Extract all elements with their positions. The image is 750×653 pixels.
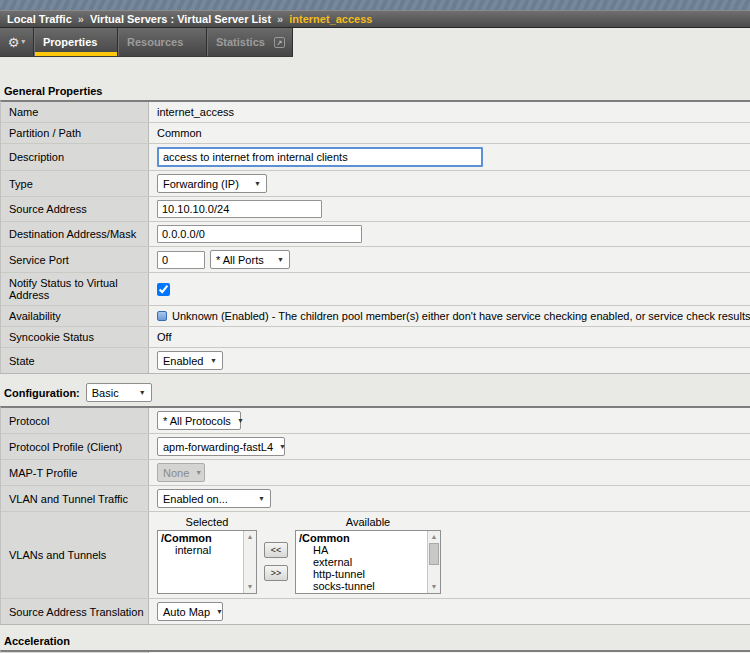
protocol-profile-client-label: Protocol Profile (Client) bbox=[1, 434, 149, 459]
configuration-mode-select[interactable]: Basic ▼ bbox=[86, 383, 152, 402]
protocol-label: Protocol bbox=[1, 408, 149, 433]
move-to-available-button[interactable]: >> bbox=[264, 565, 288, 581]
syncookie-status-label: Syncookie Status bbox=[1, 327, 149, 347]
list-item[interactable]: /Common bbox=[299, 532, 440, 544]
notify-status-label: Notify Status to Virtual Address bbox=[1, 273, 149, 305]
options-gear-button[interactable]: ⚙ ▾ bbox=[0, 28, 34, 56]
source-address-label: Source Address bbox=[1, 197, 149, 221]
general-properties-table: Name internet_access Partition / Path Co… bbox=[0, 100, 750, 374]
move-to-selected-button[interactable]: << bbox=[264, 542, 288, 558]
service-port-input[interactable] bbox=[157, 251, 205, 269]
section-title-general-properties: General Properties bbox=[4, 85, 750, 97]
dropdown-arrow-icon: ▼ bbox=[210, 357, 217, 364]
breadcrumb-separator: » bbox=[277, 13, 283, 25]
partition-path-label: Partition / Path bbox=[1, 123, 149, 143]
table-row: Type Forwarding (IP) ▼ bbox=[1, 171, 750, 197]
breadcrumb-current: internet_access bbox=[289, 13, 372, 25]
popup-window-icon[interactable]: ↗ bbox=[274, 37, 285, 48]
table-row: Availability Unknown (Enabled) - The chi… bbox=[1, 306, 750, 327]
tab-bar: ⚙ ▾ Properties Resources Statistics ↗ bbox=[0, 28, 293, 57]
protocol-profile-client-select[interactable]: apm-forwarding-fastL4 ▼ bbox=[157, 437, 285, 456]
dropdown-arrow-icon: ▼ bbox=[254, 180, 261, 187]
list-item[interactable]: HA bbox=[299, 544, 440, 556]
dropdown-arrow-icon: ▼ bbox=[277, 256, 284, 263]
dropdown-arrow-icon: ▼ bbox=[279, 443, 286, 450]
service-port-label: Service Port bbox=[1, 247, 149, 272]
configuration-label: Configuration: bbox=[4, 387, 80, 399]
partition-path-value: Common bbox=[149, 123, 750, 143]
breadcrumb-virtual-server-list[interactable]: Virtual Servers : Virtual Server List bbox=[90, 13, 271, 25]
section-title-acceleration: Acceleration bbox=[4, 635, 750, 647]
table-row: Protocol * All Protocols ▼ bbox=[1, 408, 750, 434]
name-label: Name bbox=[1, 102, 149, 122]
table-row: VLANs and Tunnels Selected /Common inter… bbox=[1, 512, 750, 599]
tab-properties[interactable]: Properties bbox=[34, 28, 118, 56]
availability-status-text: Unknown (Enabled) - The children pool me… bbox=[172, 310, 750, 322]
chevron-down-icon: ▾ bbox=[21, 38, 25, 46]
vlan-tunnel-traffic-select[interactable]: Enabled on... ▼ bbox=[157, 489, 271, 508]
description-label: Description bbox=[1, 144, 149, 170]
table-row: Name internet_access bbox=[1, 102, 750, 123]
scroll-down-icon[interactable]: ▼ bbox=[428, 581, 440, 593]
active-tab-indicator bbox=[35, 52, 117, 56]
scrollbar-thumb[interactable] bbox=[429, 543, 439, 565]
availability-label: Availability bbox=[1, 306, 149, 326]
type-label: Type bbox=[1, 171, 149, 196]
tab-statistics[interactable]: Statistics ↗ bbox=[207, 28, 293, 56]
table-row: VLAN and Tunnel Traffic Enabled on... ▼ bbox=[1, 486, 750, 512]
breadcrumb-local-traffic[interactable]: Local Traffic bbox=[7, 13, 72, 25]
description-input[interactable] bbox=[157, 147, 483, 167]
scrollbar[interactable]: ▲ ▼ bbox=[243, 531, 256, 593]
protocol-select[interactable]: * All Protocols ▼ bbox=[157, 411, 241, 430]
mapt-profile-select: None ▼ bbox=[157, 463, 205, 482]
table-row: Service Port * All Ports ▼ bbox=[1, 247, 750, 273]
scrollbar[interactable]: ▲ ▼ bbox=[427, 531, 440, 593]
table-row: Notify Status to Virtual Address bbox=[1, 273, 750, 306]
breadcrumb-separator: » bbox=[78, 13, 84, 25]
table-row: Description bbox=[1, 144, 750, 171]
vlan-tunnel-traffic-label: VLAN and Tunnel Traffic bbox=[1, 486, 149, 511]
dropdown-arrow-icon: ▼ bbox=[139, 389, 146, 396]
dropdown-arrow-icon: ▼ bbox=[195, 469, 202, 476]
gear-icon: ⚙ bbox=[8, 36, 20, 49]
mapt-profile-label: MAP-T Profile bbox=[1, 460, 149, 485]
syncookie-status-value: Off bbox=[149, 327, 750, 347]
list-item[interactable]: /Common bbox=[161, 532, 256, 544]
table-row: Partition / Path Common bbox=[1, 123, 750, 144]
selected-vlans-listbox[interactable]: /Common internal ▲ ▼ bbox=[157, 530, 257, 594]
source-address-translation-select[interactable]: Auto Map ▼ bbox=[157, 602, 223, 621]
list-item[interactable]: http-tunnel bbox=[299, 568, 440, 580]
dropdown-arrow-icon: ▼ bbox=[237, 417, 244, 424]
selected-list-title: Selected bbox=[157, 516, 257, 530]
available-list-title: Available bbox=[295, 516, 441, 530]
destination-address-input[interactable] bbox=[157, 225, 362, 243]
source-address-input[interactable] bbox=[157, 200, 322, 218]
list-item[interactable]: socks-tunnel bbox=[299, 580, 440, 592]
scroll-down-icon[interactable]: ▼ bbox=[244, 581, 256, 593]
table-row: Destination Address/Mask bbox=[1, 222, 750, 247]
source-address-translation-label: Source Address Translation bbox=[1, 599, 149, 624]
table-row: Syncookie Status Off bbox=[1, 327, 750, 348]
status-unknown-icon bbox=[157, 311, 167, 321]
scroll-up-icon[interactable]: ▲ bbox=[428, 531, 440, 543]
tab-statistics-label: Statistics bbox=[216, 36, 265, 48]
table-row: State Enabled ▼ bbox=[1, 348, 750, 373]
list-item[interactable]: external bbox=[299, 556, 440, 568]
scroll-up-icon[interactable]: ▲ bbox=[244, 531, 256, 543]
tab-resources[interactable]: Resources bbox=[118, 28, 207, 56]
dropdown-arrow-icon: ▼ bbox=[216, 608, 223, 615]
service-port-select[interactable]: * All Ports ▼ bbox=[210, 250, 290, 269]
type-select[interactable]: Forwarding (IP) ▼ bbox=[157, 174, 267, 193]
destination-address-label: Destination Address/Mask bbox=[1, 222, 149, 246]
table-row: Source Address bbox=[1, 197, 750, 222]
list-item[interactable]: internal bbox=[161, 544, 256, 556]
dropdown-arrow-icon: ▼ bbox=[258, 495, 265, 502]
notify-status-checkbox[interactable] bbox=[157, 283, 170, 296]
state-select[interactable]: Enabled ▼ bbox=[157, 351, 223, 370]
table-row: Source Address Translation Auto Map ▼ bbox=[1, 599, 750, 624]
breadcrumb: Local Traffic » Virtual Servers : Virtua… bbox=[0, 10, 750, 28]
available-vlans-listbox[interactable]: /Common HA external http-tunnel socks-tu… bbox=[295, 530, 441, 594]
tab-resources-label: Resources bbox=[127, 36, 183, 48]
state-label: State bbox=[1, 348, 149, 373]
vlans-and-tunnels-label: VLANs and Tunnels bbox=[1, 512, 149, 598]
